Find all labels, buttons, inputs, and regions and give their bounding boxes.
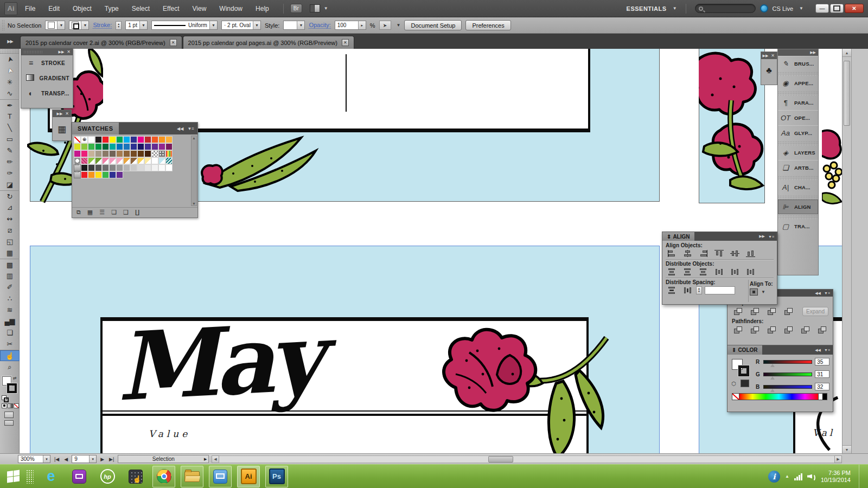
network-icon[interactable] [794,473,802,480]
swatch[interactable] [95,171,102,178]
dock-glyphs-button[interactable]: AaGLYP... [778,125,818,140]
swatch[interactable] [130,150,137,157]
shape-builder-tool[interactable]: ◱ [0,236,20,247]
swatch[interactable] [158,136,165,143]
collapsed-dock-edge[interactable] [851,49,868,453]
channel-B-value[interactable]: 32 [815,383,829,390]
preferences-button[interactable]: Preferences [465,20,510,30]
swatch[interactable] [74,150,81,157]
app-icon[interactable]: Ai [4,2,17,15]
swatch[interactable] [123,164,130,171]
tab-close-icon[interactable]: ✕ [170,39,177,46]
swatch[interactable] [102,150,109,157]
arrange-documents-icon[interactable] [310,4,320,12]
bridge-button[interactable]: Br [290,4,302,13]
width-tool[interactable]: ↭ [0,213,20,224]
swatches-scrollbar[interactable]: ▲▼ [191,136,197,206]
adobe-photoshop-taskbar-button[interactable]: Ps [265,466,288,487]
swatch[interactable] [151,136,158,143]
stroke-weight-stepper[interactable]: ▲▼ [116,21,122,30]
minus-back-button[interactable] [816,325,828,334]
workspace-switcher[interactable]: ESSENTIALS [627,5,667,12]
close-icon[interactable]: ✕ [771,53,775,58]
fill-color-dropdown[interactable]: ▼ [45,21,65,30]
color-stroke-well[interactable] [738,365,749,376]
swatch[interactable] [102,164,109,171]
divide-button[interactable] [732,325,744,334]
swatch[interactable] [130,143,137,150]
scroll-left-icon[interactable]: ◀ [212,455,219,463]
swatch[interactable] [81,171,88,178]
swatch[interactable] [144,150,151,157]
vertical-align-center-button[interactable] [729,249,741,258]
horizontal-align-left-button[interactable] [666,249,678,258]
minus-front-button[interactable] [749,307,761,316]
symbols-icon[interactable]: ♣ [766,66,772,75]
swatch[interactable] [137,164,144,171]
swatch[interactable] [130,164,137,171]
swatch[interactable] [102,136,109,143]
swatch[interactable] [144,143,151,150]
swatch[interactable] [109,157,116,164]
swatch[interactable] [88,150,95,157]
swatch[interactable] [102,171,109,178]
scroll-up-icon[interactable]: ▲ [843,49,851,57]
default-fill-stroke-icon[interactable] [2,395,7,400]
channel-G-slider[interactable] [763,373,812,376]
swatch[interactable] [81,143,88,150]
channel-G-value[interactable]: 31 [815,370,829,378]
artboard-number-dropdown[interactable]: 9▼ [72,455,97,463]
adobe-illustrator-taskbar-button[interactable]: Ai [237,466,260,487]
artboard-tool[interactable]: ❏ [0,327,20,338]
swatch[interactable] [130,136,137,143]
new-color-group-button[interactable]: ❏ [111,209,117,216]
horizontal-distribute-space-button[interactable] [681,286,693,294]
file-explorer-taskbar-button[interactable] [181,466,203,487]
menu-file[interactable]: File [25,5,35,12]
width-profile-dropdown[interactable]: Uniform▼ [151,21,218,30]
dock-align-button[interactable]: ⊫ALIGN [778,199,818,214]
gradient-tool[interactable]: ▥ [0,270,20,281]
show-swatch-kinds-button[interactable]: ▦ [87,209,93,216]
menu-view[interactable]: View [193,5,207,12]
swatch[interactable] [144,136,151,143]
swatch[interactable] [95,136,102,143]
horizontal-scroll-track[interactable] [219,455,834,463]
opacity-value-field[interactable]: 100▸ [335,21,366,30]
volume-icon[interactable] [807,473,816,480]
dock-opentype-button[interactable]: OTOPE... [778,110,818,125]
slider-thumb-icon[interactable] [770,387,775,392]
horizontal-scrollbar[interactable]: ◀ ▶ [212,455,842,463]
swatch[interactable] [123,143,130,150]
google-chrome-taskbar-button[interactable] [152,466,175,487]
color-spectrum-bar[interactable] [732,393,827,400]
collapse-dock-icon[interactable]: ◀◀ [815,291,821,296]
gradient-mode-button[interactable] [8,403,13,408]
dock-artboards-button[interactable]: ❏ARTB... [778,160,818,175]
selection-tool[interactable]: ➤ [0,54,20,65]
show-hidden-icons-icon[interactable]: ▲ [785,474,789,479]
blend-tool[interactable]: ∴ [0,293,20,304]
stroke-color-well[interactable] [7,383,17,393]
menu-object[interactable]: Object [73,5,92,12]
close-icon[interactable]: ✕ [65,111,69,116]
swatch[interactable]: ⊕ [81,136,88,143]
swatch[interactable] [151,143,158,150]
pencil-tool[interactable]: ✏ [0,156,20,168]
taskbar-grip[interactable] [26,470,34,484]
swatch[interactable] [95,150,102,157]
delete-swatch-button[interactable]: ∐ [135,209,139,216]
last-color-swatch[interactable] [741,380,749,387]
screen-share-app-taskbar-button[interactable] [68,466,91,487]
swatch[interactable] [95,164,102,171]
swatch[interactable] [165,150,173,157]
stroke-weight-dropdown[interactable]: 1 pt▼ [125,21,148,30]
merge-button[interactable] [765,325,777,334]
document-tab-1[interactable]: 2015 pp calendar cover 2.ai @ 300% (RGB/… [20,36,182,49]
dock-appearance-button[interactable]: ◉APPE... [778,75,818,91]
swatches-panel-tab[interactable]: SWATCHES [72,123,119,134]
close-button[interactable]: ✕ [845,4,864,13]
vertical-distribute-space-button[interactable] [666,286,678,294]
cs-live-menu[interactable]: CS Live [773,5,794,12]
style-dropdown[interactable]: ▼ [283,21,305,30]
